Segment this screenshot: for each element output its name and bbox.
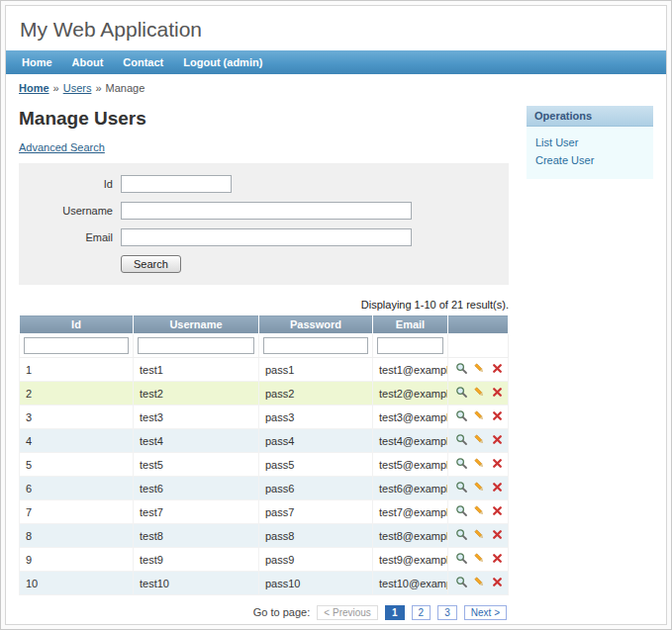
col-header-id[interactable]: Id	[20, 315, 134, 334]
cell-email: test10@example.com	[373, 572, 448, 595]
update-icon[interactable]	[473, 504, 486, 519]
update-icon[interactable]	[473, 528, 486, 543]
next-page-button[interactable]: Next >	[464, 605, 507, 620]
update-icon[interactable]	[473, 409, 486, 424]
cell-password: pass1	[259, 358, 373, 382]
nav-item-about[interactable]: About	[64, 54, 112, 70]
col-header-username[interactable]: Username	[134, 315, 259, 334]
view-icon[interactable]	[455, 504, 468, 519]
row-actions	[448, 405, 509, 429]
view-icon[interactable]	[455, 528, 468, 543]
row-actions	[448, 548, 509, 572]
cell-username: test8	[134, 524, 259, 548]
pencil-glyph	[473, 433, 486, 446]
update-icon[interactable]	[473, 552, 486, 567]
operations-title: Operations	[527, 106, 653, 127]
delete-icon[interactable]	[491, 409, 504, 424]
magnifier-glyph	[455, 386, 468, 399]
nav-item-contact[interactable]: Contact	[115, 54, 171, 70]
search-form: Id Username Email Search	[19, 163, 509, 285]
view-icon[interactable]	[455, 457, 468, 472]
cross-glyph	[491, 576, 504, 588]
view-icon[interactable]	[455, 409, 468, 424]
sidebar-item-create-user[interactable]: Create User	[535, 151, 644, 169]
breadcrumb-users-link[interactable]: Users	[63, 82, 92, 94]
delete-icon[interactable]	[491, 386, 504, 401]
pencil-glyph	[473, 457, 486, 470]
view-icon[interactable]	[455, 576, 468, 590]
cell-password: pass2	[259, 382, 373, 405]
cell-email: test3@example.com	[373, 405, 448, 429]
breadcrumb-current: Manage	[106, 82, 145, 94]
table-header-row: Id Username Password Email	[20, 315, 509, 334]
cell-username: test2	[134, 382, 259, 405]
row-actions	[448, 453, 509, 477]
pencil-glyph	[473, 362, 486, 375]
cell-id: 6	[20, 477, 134, 500]
email-field[interactable]	[121, 228, 412, 246]
password-filter-input[interactable]	[263, 337, 368, 354]
delete-icon[interactable]	[491, 481, 504, 495]
app-title: My Web Application	[20, 18, 652, 42]
email-filter-input[interactable]	[377, 337, 443, 354]
table-row: 2 test2 pass2 test2@example.com	[20, 382, 509, 405]
col-header-email[interactable]: Email	[373, 315, 448, 334]
delete-icon[interactable]	[491, 576, 504, 590]
pencil-glyph	[473, 409, 486, 422]
pencil-glyph	[473, 552, 486, 565]
pagination: Go to page: < Previous 1 2 3 Next >	[21, 605, 507, 620]
cell-password: pass7	[259, 500, 373, 524]
nav-item-logout[interactable]: Logout (admin)	[175, 54, 270, 70]
magnifier-glyph	[455, 576, 468, 588]
username-filter-input[interactable]	[138, 337, 254, 354]
update-icon[interactable]	[473, 576, 486, 590]
cell-username: test5	[134, 453, 259, 477]
cell-password: pass6	[259, 477, 373, 500]
page-3-button[interactable]: 3	[437, 605, 457, 620]
browser-page: My Web Application Home About Contact Lo…	[0, 0, 672, 630]
cell-id: 3	[20, 405, 134, 429]
page-1-button[interactable]: 1	[385, 605, 405, 620]
delete-icon[interactable]	[491, 457, 504, 472]
view-icon[interactable]	[455, 386, 468, 401]
id-field[interactable]	[121, 175, 232, 193]
cell-email: test8@example.com	[373, 524, 448, 548]
col-header-password[interactable]: Password	[259, 315, 373, 334]
cell-username: test7	[134, 500, 259, 524]
previous-page-button: < Previous	[317, 605, 378, 620]
pencil-glyph	[473, 576, 486, 588]
username-field[interactable]	[121, 202, 412, 220]
nav-item-home[interactable]: Home	[14, 54, 60, 70]
update-icon[interactable]	[473, 457, 486, 472]
id-filter-input[interactable]	[24, 337, 129, 354]
cell-username: test1	[134, 358, 259, 382]
view-icon[interactable]	[455, 552, 468, 567]
delete-icon[interactable]	[491, 433, 504, 448]
magnifier-glyph	[455, 504, 468, 517]
update-icon[interactable]	[473, 386, 486, 401]
search-button[interactable]: Search	[121, 255, 181, 273]
cell-username: test3	[134, 405, 259, 429]
update-icon[interactable]	[473, 481, 486, 495]
cell-password: pass3	[259, 405, 373, 429]
page-2-button[interactable]: 2	[412, 605, 432, 620]
breadcrumb-home-link[interactable]: Home	[19, 82, 49, 94]
cell-password: pass10	[259, 572, 373, 595]
cell-password: pass8	[259, 524, 373, 548]
cell-id: 8	[20, 524, 134, 548]
grid-body: 1 test1 pass1 test1@example.com	[20, 358, 509, 595]
delete-icon[interactable]	[491, 552, 504, 567]
cross-glyph	[491, 528, 504, 541]
cell-password: pass9	[259, 548, 373, 572]
advanced-search-link[interactable]: Advanced Search	[19, 141, 105, 153]
view-icon[interactable]	[455, 481, 468, 495]
update-icon[interactable]	[473, 433, 486, 448]
delete-icon[interactable]	[491, 362, 504, 377]
delete-icon[interactable]	[491, 504, 504, 519]
delete-icon[interactable]	[491, 528, 504, 543]
view-icon[interactable]	[455, 362, 468, 377]
update-icon[interactable]	[473, 362, 486, 377]
view-icon[interactable]	[455, 433, 468, 448]
row-actions	[448, 500, 509, 524]
sidebar-item-list-user[interactable]: List User	[535, 134, 644, 151]
